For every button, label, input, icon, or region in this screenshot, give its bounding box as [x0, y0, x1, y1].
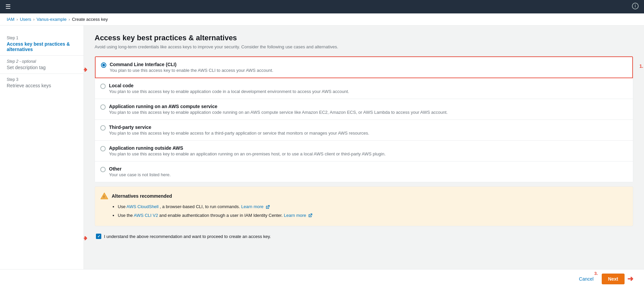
step1-title: Access key best practices & alternatives	[7, 41, 77, 52]
annotation-arrow-3: ➜	[627, 275, 633, 283]
sidebar-step-2[interactable]: Step 2 - optional Set description tag	[0, 56, 84, 74]
warning-body: Use AWS CloudShell , a browser-based CLI…	[112, 203, 628, 219]
warning-triangle-icon: !	[100, 192, 108, 200]
step1-label: Step 1	[7, 36, 77, 40]
sidebar-step-1[interactable]: Step 1 Access key best practices & alter…	[0, 32, 84, 56]
option-outside-aws-text: Application running outside AWS You plan…	[109, 145, 386, 156]
learn-more-link-1[interactable]: Learn more	[241, 204, 263, 209]
svg-text:!: !	[104, 195, 105, 198]
checkbox-label: I understand the above recommendation an…	[104, 234, 271, 239]
content-area: Access key best practices & alternatives…	[84, 26, 644, 287]
breadcrumb-sep-2: ›	[33, 17, 35, 22]
understand-checkbox[interactable]	[96, 234, 101, 239]
page-title: Access key best practices & alternatives	[95, 34, 633, 42]
sidebar: Step 1 Access key best practices & alter…	[0, 26, 84, 287]
option-cli-desc: You plan to use this access key to enabl…	[110, 68, 273, 73]
next-button[interactable]: Next	[602, 274, 625, 284]
learn-more-link-2[interactable]: Learn more	[284, 213, 306, 218]
option-aws-compute-desc: You plan to use this access key to enabl…	[109, 110, 448, 115]
warning-bullet-1: Use AWS CloudShell , a browser-based CLI…	[118, 203, 628, 210]
breadcrumb: IAM › Users › Vanus-example › Create acc…	[0, 13, 644, 26]
radio-local-code	[100, 84, 106, 89]
radio-third-party	[100, 125, 106, 131]
warning-header: ! Alternatives recommended	[100, 192, 628, 200]
warning-title: Alternatives recommended	[112, 193, 172, 199]
option-third-party-desc: You plan to use this access key to enabl…	[109, 131, 369, 136]
radio-cli	[101, 62, 106, 68]
external-link-icon-1	[266, 205, 270, 209]
annotation-arrow-1: ➜	[84, 65, 87, 74]
action-bar: Cancel Next ➜ 3.	[0, 269, 644, 288]
option-local-code-desc: You plan to use this access key to enabl…	[109, 89, 349, 94]
menu-icon[interactable]: ☰	[5, 3, 11, 10]
option-aws-compute-text: Application running on an AWS compute se…	[109, 104, 448, 115]
checkbox-row: I understand the above recommendation an…	[95, 230, 272, 242]
step3-label: Step 3	[7, 77, 77, 82]
sidebar-step-3[interactable]: Step 3 Retrieve access keys	[0, 74, 84, 92]
option-other[interactable]: Other Your use case is not listed here.	[95, 161, 633, 182]
option-other-title: Other	[109, 166, 171, 172]
warning-box: ! Alternatives recommended Use AWS Cloud…	[95, 186, 633, 226]
option-outside-aws[interactable]: Application running outside AWS You plan…	[95, 141, 633, 161]
option-other-desc: Your use case is not listed here.	[109, 172, 171, 177]
option-local-code-title: Local code	[109, 83, 349, 88]
step2-label: Step 2 - optional	[7, 59, 77, 64]
annotation-num-3: 3.	[594, 271, 598, 276]
top-bar: ☰	[0, 0, 644, 13]
radio-aws-compute	[100, 104, 106, 110]
breadcrumb-sep-1: ›	[16, 17, 18, 22]
option-cli-title: Command Line Interface (CLI)	[110, 62, 273, 67]
warning-bullet-2: Use the AWS CLI V2 and enable authentica…	[118, 212, 628, 219]
option-aws-compute-title: Application running on an AWS compute se…	[109, 104, 448, 109]
option-outside-aws-title: Application running outside AWS	[109, 145, 386, 151]
step3-title: Retrieve access keys	[7, 83, 77, 88]
aws-cli-v2-link[interactable]: AWS CLI V2	[134, 213, 158, 218]
aws-cloudshell-link[interactable]: AWS CloudShell	[126, 204, 159, 209]
options-panel: Command Line Interface (CLI) You plan to…	[95, 56, 633, 182]
breadcrumb-current: Create access key	[72, 17, 108, 22]
info-icon[interactable]: i	[632, 3, 639, 9]
option-third-party-text: Third-party service You plan to use this…	[109, 125, 369, 136]
radio-other	[100, 167, 106, 172]
option-aws-compute[interactable]: Application running on an AWS compute se…	[95, 99, 633, 120]
option-outside-aws-desc: You plan to use this access key to enabl…	[109, 151, 386, 156]
option-other-text: Other Your use case is not listed here.	[109, 166, 171, 177]
option-third-party-title: Third-party service	[109, 125, 369, 130]
breadcrumb-users[interactable]: Users	[20, 17, 31, 22]
option-local-code-text: Local code You plan to use this access k…	[109, 83, 349, 94]
annotation-num-1: 1.	[639, 63, 643, 69]
step2-title: Set description tag	[7, 65, 77, 70]
breadcrumb-vanus[interactable]: Vanus-example	[37, 17, 66, 22]
main-layout: Step 1 Access key best practices & alter…	[0, 26, 644, 287]
annotation-arrow-2: ➜	[84, 234, 87, 243]
breadcrumb-iam[interactable]: IAM	[7, 17, 14, 22]
option-third-party[interactable]: Third-party service You plan to use this…	[95, 120, 633, 141]
radio-outside-aws	[100, 146, 106, 151]
option-local-code[interactable]: Local code You plan to use this access k…	[95, 78, 633, 99]
external-link-icon-2	[308, 213, 312, 218]
option-cli[interactable]: Command Line Interface (CLI) You plan to…	[95, 56, 633, 78]
breadcrumb-sep-3: ›	[68, 17, 70, 22]
page-subtitle: Avoid using long-term credentials like a…	[95, 44, 633, 49]
option-cli-text: Command Line Interface (CLI) You plan to…	[110, 62, 273, 73]
